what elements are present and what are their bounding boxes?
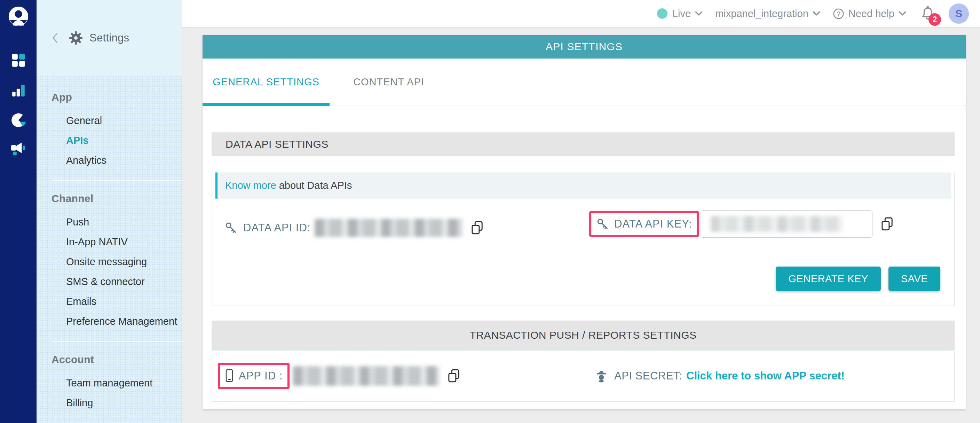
sidebar-item-general[interactable]: General: [51, 111, 182, 131]
key-icon: [224, 221, 238, 235]
need-help-label: Need help: [848, 8, 894, 19]
data-api-id-value-redacted: [315, 219, 463, 237]
pie-chart-icon[interactable]: [10, 112, 27, 128]
sidebar-section-channel: Channel Push In-App NATIV Onsite messagi…: [51, 180, 182, 331]
sidebar-item-onsite-messaging[interactable]: Onsite messaging: [51, 252, 182, 272]
sidebar-item-apis[interactable]: APIs: [51, 131, 182, 150]
save-button[interactable]: SAVE: [888, 267, 940, 291]
app-id-row: APP ID :: [212, 351, 954, 401]
transaction-section-body: APP ID :: [212, 351, 955, 402]
copy-icon[interactable]: [880, 216, 894, 232]
app-id-label: APP ID :: [239, 370, 283, 382]
section-label: App: [51, 91, 182, 103]
sidebar-title: Settings: [89, 32, 129, 44]
phone-icon: [225, 369, 234, 383]
sidebar-item-preference-management[interactable]: Preference Management: [51, 311, 182, 331]
need-help-dropdown[interactable]: ? Need help: [833, 8, 906, 19]
sidebar-item-sms-connector[interactable]: SMS & connector: [51, 272, 182, 292]
sidebar-section-app: App General APIs Analytics: [51, 91, 182, 171]
avatar-initial: S: [955, 8, 962, 19]
transaction-push-section: TRANSACTION PUSH / REPORTS SETTINGS APP …: [212, 321, 955, 402]
question-circle-icon: ?: [833, 8, 844, 19]
secret-spy-icon: [595, 369, 608, 383]
data-api-key-row: DATA API ID: DATA API KEY:: [212, 213, 954, 243]
topbar: Live mixpanel_integration ? Need help: [182, 0, 980, 28]
api-settings-card: API SETTINGS GENERAL SETTINGS CONTENT AP…: [202, 35, 966, 409]
page-title: API SETTINGS: [202, 35, 966, 59]
avatar[interactable]: S: [949, 3, 969, 24]
copy-icon[interactable]: [447, 368, 461, 384]
tab-bar: GENERAL SETTINGS CONTENT API: [202, 59, 966, 106]
generate-key-button[interactable]: GENERATE KEY: [776, 267, 880, 291]
app-logo[interactable]: [8, 6, 29, 27]
section-label: Channel: [51, 193, 182, 204]
sidebar-item-team-management[interactable]: Team management: [51, 373, 182, 393]
live-status-dot: [657, 8, 668, 19]
sidebar-header: Settings: [37, 0, 182, 76]
data-api-key-highlight-box: DATA API KEY:: [589, 211, 699, 237]
megaphone-icon[interactable]: [10, 142, 27, 158]
data-api-key-label: DATA API KEY:: [614, 218, 692, 230]
chevron-down-icon: [899, 11, 906, 16]
dashboard-grid-icon[interactable]: [10, 52, 27, 68]
person-logo-icon: [8, 6, 29, 27]
api-secret-label: API SECRET:: [614, 370, 682, 382]
screen: Settings App General APIs Analytics Chan…: [0, 0, 980, 423]
copy-icon[interactable]: [470, 220, 484, 236]
tab-general-settings[interactable]: GENERAL SETTINGS: [202, 59, 329, 105]
sidebar-body: App General APIs Analytics Channel Push …: [37, 76, 182, 423]
data-api-settings-section: DATA API SETTINGS Know more about Data A…: [212, 132, 955, 306]
sidebar-item-analytics[interactable]: Analytics: [51, 150, 182, 171]
live-label: Live: [672, 8, 691, 19]
svg-text:?: ?: [837, 10, 840, 17]
sidebar-item-billing[interactable]: Billing: [51, 393, 182, 413]
know-more-link[interactable]: Know more: [225, 180, 276, 191]
show-app-secret-link[interactable]: Click here to show APP secret!: [686, 370, 845, 382]
data-api-key-input[interactable]: [700, 211, 872, 238]
sidebar-item-inapp-nativ[interactable]: In-App NATIV: [51, 232, 182, 252]
notifications-button[interactable]: 2: [921, 6, 935, 22]
data-api-key-value-redacted: [711, 216, 843, 232]
settings-sidebar: Settings App General APIs Analytics Chan…: [37, 0, 182, 423]
notification-badge: 2: [929, 13, 941, 26]
banner-text: about Data APIs: [276, 180, 352, 191]
data-api-section-body: Know more about Data APIs DATA API ID:: [212, 172, 955, 306]
back-chevron-icon[interactable]: [51, 33, 59, 43]
analytics-bars-icon[interactable]: [10, 82, 27, 98]
gear-icon: [68, 31, 83, 45]
data-api-key-group: DATA API KEY:: [589, 211, 894, 238]
sidebar-section-account: Account Team management Billing: [51, 341, 182, 413]
project-dropdown[interactable]: mixpanel_integration: [715, 8, 820, 19]
data-api-actions: GENERATE KEY SAVE: [776, 267, 940, 291]
data-api-id-label: DATA API ID:: [243, 222, 310, 234]
app-id-value-redacted: [293, 366, 439, 386]
key-icon: [596, 217, 609, 231]
tab-content-api[interactable]: CONTENT API: [329, 59, 448, 105]
chevron-down-icon: [813, 11, 820, 16]
transaction-section-header: TRANSACTION PUSH / REPORTS SETTINGS: [212, 321, 955, 351]
project-name: mixpanel_integration: [715, 8, 808, 19]
app-id-highlight-box: APP ID :: [218, 363, 290, 389]
section-label: Account: [51, 354, 182, 366]
know-more-banner: Know more about Data APIs: [215, 172, 951, 199]
live-status-dropdown[interactable]: Live: [657, 8, 703, 19]
nav-rail: [0, 0, 37, 423]
api-secret-group: API SECRET: Click here to show APP secre…: [595, 369, 845, 383]
sidebar-item-emails[interactable]: Emails: [51, 292, 182, 311]
chevron-down-icon: [695, 11, 703, 16]
data-api-section-header: DATA API SETTINGS: [212, 132, 955, 156]
sidebar-item-push[interactable]: Push: [51, 212, 182, 232]
